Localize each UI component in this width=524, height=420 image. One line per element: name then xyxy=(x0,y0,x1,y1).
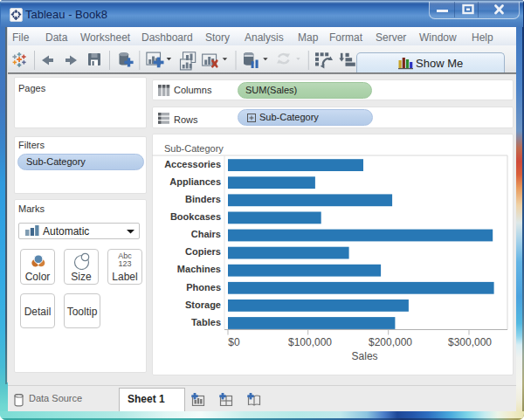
svg-text:Phones: Phones xyxy=(186,282,221,293)
svg-text:Tables: Tables xyxy=(191,317,221,327)
svg-text:Storage: Storage xyxy=(185,300,221,310)
svg-text:$200,000: $200,000 xyxy=(369,336,412,348)
svg-text:Sub-Category: Sub-Category xyxy=(164,143,224,154)
svg-text:Sales: Sales xyxy=(352,350,378,362)
svg-text:$0: $0 xyxy=(228,336,240,348)
svg-text:Chairs: Chairs xyxy=(191,229,221,239)
svg-text:Copiers: Copiers xyxy=(185,246,221,257)
svg-text:Machines: Machines xyxy=(177,264,221,274)
svg-text:Accessories: Accessories xyxy=(164,159,221,169)
svg-text:Bookcases: Bookcases xyxy=(170,211,221,222)
svg-text:$300,000: $300,000 xyxy=(448,336,492,348)
svg-text:Binders: Binders xyxy=(185,194,221,204)
svg-text:$100,000: $100,000 xyxy=(288,336,332,348)
svg-text:Appliances: Appliances xyxy=(169,176,221,187)
